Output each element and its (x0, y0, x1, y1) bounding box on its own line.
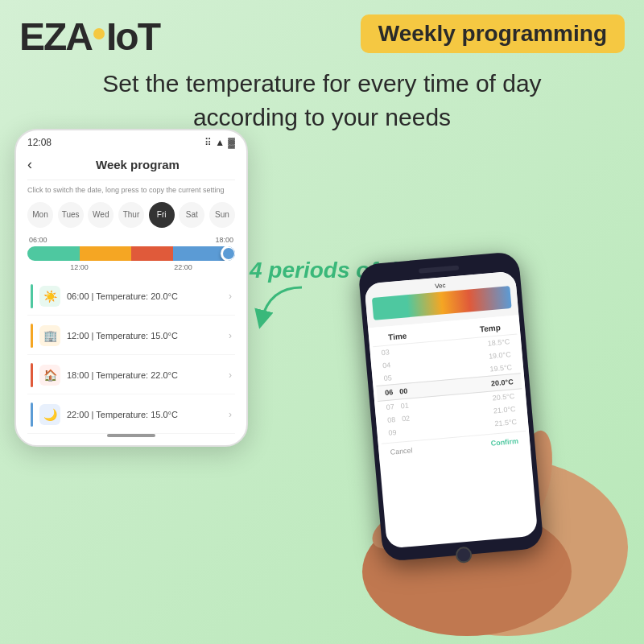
phone-content: ‹ Week program Click to switch the date,… (16, 151, 246, 445)
period-icon-building: 🏢 (39, 325, 60, 346)
day-sat[interactable]: Sat (179, 202, 204, 228)
period-item-4[interactable]: 🌙 22:00 | Temperature: 15.0°C › (27, 396, 235, 434)
phone2-device: Vec Time Temp 03 18.5°C 04 (357, 251, 543, 562)
header: EZA IoT Weekly programming (0, 0, 644, 59)
logo-iot: IoT (106, 14, 159, 59)
status-time: 12:08 (27, 137, 52, 148)
picker-hour-03: 03 (381, 348, 390, 357)
timeline-label-mid2: 18:00 (215, 236, 233, 244)
app-title: Week program (40, 158, 235, 171)
picker-hour-06: 06 (385, 388, 394, 397)
weekly-programming-title: Weekly programming (378, 21, 607, 46)
phone2-screen: Vec Time Temp 03 18.5°C 04 (364, 270, 538, 548)
phone2-home-button[interactable] (455, 546, 473, 564)
period-arrow-4: › (229, 409, 232, 420)
status-icons: ⠿ ▲ ▓ (204, 137, 235, 148)
phone-bottom-bar (107, 434, 155, 437)
signal-icon: ⠿ (204, 137, 212, 148)
timeline-bar[interactable] (27, 246, 235, 261)
instruction-text: Click to switch the date, long press to … (27, 185, 235, 196)
timeline-seg-evening (131, 246, 173, 261)
back-arrow-icon[interactable]: ‹ (27, 156, 32, 173)
period-icon-home: 🏠 (39, 365, 60, 386)
period-arrow-2: › (229, 330, 232, 341)
phone-mockup-left: 12:08 ⠿ ▲ ▓ ‹ Week program Click to swit… (14, 129, 248, 447)
timeline-label-start: 06:00 (29, 236, 47, 244)
picker-time-07: 07 01 (386, 402, 409, 411)
picker-hour-05: 05 (383, 374, 392, 382)
timeline-label-mid1: 12:00 (70, 263, 89, 271)
picker-confirm-button[interactable]: Confirm (490, 437, 518, 448)
picker-time-selected: 06 00 (385, 387, 408, 397)
period-info-4: 22:00 | Temperature: 15.0°C (67, 410, 229, 419)
phone2-notch (419, 265, 459, 273)
period-arrow-1: › (229, 291, 232, 302)
picker-hour-09: 09 (388, 428, 397, 437)
picker-cancel-button[interactable]: Cancel (390, 446, 413, 456)
timeline-start-labels: 06:00 18:00 (27, 236, 235, 244)
day-mon[interactable]: Mon (27, 202, 53, 228)
period-bar-3 (31, 363, 33, 387)
day-selector: Mon Tues Wed Thur Fri Sat Sun (27, 202, 235, 228)
picker-hour-08: 08 (387, 415, 396, 424)
battery-icon: ▓ (228, 137, 235, 148)
timeline-seg-morning (27, 246, 80, 261)
timeline-seg-night (173, 246, 235, 261)
picker-temp-19-5: 19.5°C (489, 363, 512, 373)
subtitle-line1: Set the temperature for every time of da… (102, 70, 541, 97)
period-list: ☀️ 06:00 | Temperature: 20.0°C › 🏢 12:00… (27, 278, 235, 434)
period-item-2[interactable]: 🏢 12:00 | Temperature: 15.0°C › (27, 317, 235, 355)
day-tues[interactable]: Tues (58, 202, 84, 228)
timeline: 06:00 18:00 12:00 22:00 (27, 236, 235, 271)
picker-min-01: 01 (400, 402, 409, 411)
logo-eye-icon (93, 28, 105, 39)
day-thur[interactable]: Thur (118, 202, 144, 228)
picker-temp-19: 19.0°C (489, 350, 511, 360)
picker-time-08: 08 02 (387, 415, 411, 424)
picker-hour-07: 07 (386, 402, 394, 411)
picker-temp-18-5: 18.5°C (487, 337, 510, 347)
wifi-icon: ▲ (215, 137, 225, 148)
picker-temp-21: 21.0°C (493, 405, 516, 415)
period-info-1: 06:00 | Temperature: 20.0°C (67, 291, 229, 301)
timeline-seg-afternoon (80, 246, 132, 261)
phone-hand-container: Vec Time Temp 03 18.5°C 04 (306, 225, 628, 644)
picker-temp-21-5: 21.5°C (494, 418, 517, 427)
period-bar-2 (31, 324, 33, 348)
picker-temp-20: 20.0°C (491, 378, 514, 387)
timeline-sub-labels: 12:00 22:00 (27, 263, 235, 271)
period-bar-1 (31, 284, 33, 308)
day-wed[interactable]: Wed (88, 202, 114, 228)
period-info-3: 18:00 | Temperature: 22.0°C (67, 370, 229, 380)
period-info-2: 12:00 | Temperature: 15.0°C (67, 331, 229, 341)
logo: EZA IoT (19, 14, 159, 59)
logo-ai (92, 31, 106, 43)
period-icon-moon: 🌙 (39, 404, 60, 425)
picker-header-temp: Temp (479, 323, 501, 333)
picker-rows: 03 18.5°C 04 19.0°C 05 19.5°C 06 (373, 334, 525, 440)
picker-min-00: 00 (399, 387, 408, 396)
picker-hour-04: 04 (382, 361, 391, 369)
app-header: ‹ Week program (27, 151, 235, 180)
period-bar-4 (31, 402, 33, 427)
timeline-label-mid3: 22:00 (174, 263, 192, 271)
period-item-3[interactable]: 🏠 18:00 | Temperature: 22.0°C › (27, 357, 235, 394)
logo-ez: EZA (19, 14, 92, 59)
period-item-1[interactable]: ☀️ 06:00 | Temperature: 20.0°C › (27, 278, 235, 316)
phone2-picker: Time Temp 03 18.5°C 04 19.0°C 05 19. (368, 315, 530, 465)
period-arrow-3: › (229, 369, 232, 381)
timeline-handle[interactable] (221, 246, 235, 261)
day-fri[interactable]: Fri (149, 202, 175, 228)
weekly-programming-badge: Weekly programming (361, 14, 625, 53)
period-icon-sun: ☀️ (39, 286, 60, 307)
status-bar: 12:08 ⠿ ▲ ▓ (16, 130, 246, 151)
picker-temp-20-5: 20.5°C (492, 392, 514, 402)
picker-header-time: Time (388, 331, 407, 341)
subtitle-line2: according to your needs (193, 104, 451, 130)
subtitle: Set the temperature for every time of da… (0, 67, 644, 134)
day-sun[interactable]: Sun (209, 202, 235, 228)
picker-min-02: 02 (402, 415, 411, 423)
